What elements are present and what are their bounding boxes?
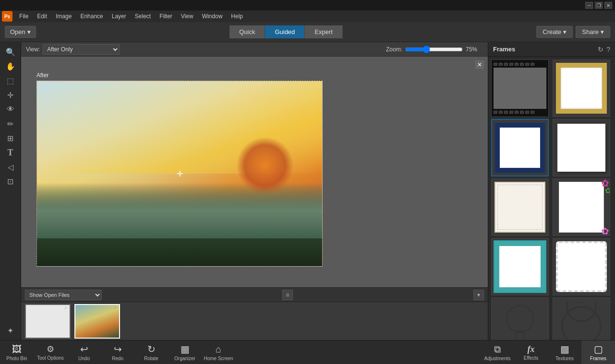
- filmstrip-thumb-landscape[interactable]: ↗: [74, 304, 120, 339]
- view-select-group: View: After Only Before Only Before & Af…: [26, 44, 120, 55]
- eraser-tool[interactable]: ◁: [3, 160, 18, 174]
- photo-bin-icon: 🖼: [12, 344, 22, 355]
- canvas-workspace: ✕ After ✛: [21, 57, 488, 287]
- scallop-inner: [556, 241, 607, 292]
- zoom-label: Zoom:: [386, 46, 402, 53]
- hand-tool[interactable]: ✋: [3, 59, 18, 73]
- redo-label: Redo: [112, 356, 123, 361]
- film-holes-top: [494, 62, 546, 67]
- film-hole: [509, 111, 513, 114]
- blank-thumbnail: [26, 305, 70, 338]
- film-hole: [509, 63, 513, 66]
- sun-glow: [236, 137, 294, 194]
- left-toolbar: 🔍 ✋ ⬚ ✛ 👁 ✏ ⊞ T ◁ ⊡ ✦: [0, 42, 21, 340]
- open-dropdown-icon[interactable]: ▾: [27, 28, 31, 35]
- effects-button[interactable]: fx Effects: [514, 341, 548, 364]
- menu-enhance[interactable]: Enhance: [76, 12, 107, 21]
- right-buttons: Create ▾ Share ▾: [536, 26, 610, 38]
- filmstrip-menu-button[interactable]: ≡: [282, 290, 293, 300]
- menu-select[interactable]: Select: [131, 12, 155, 21]
- menu-image[interactable]: Image: [52, 12, 75, 21]
- effects-label: Effects: [524, 355, 538, 361]
- menu-help[interactable]: Help: [227, 12, 247, 21]
- close-window-button[interactable]: ✕: [604, 2, 612, 9]
- close-canvas-button[interactable]: ✕: [475, 60, 484, 69]
- frames-button[interactable]: ▢ Frames: [581, 341, 615, 364]
- frame-oval[interactable]: [491, 297, 549, 340]
- canvas-top-bar: View: After Only Before Only Before & Af…: [21, 42, 488, 57]
- zoom-percentage: 75%: [466, 46, 483, 53]
- frame-simple-white[interactable]: [553, 119, 610, 176]
- home-screen-button[interactable]: ⌂ Home Screen: [202, 341, 235, 364]
- tab-expert[interactable]: Expert: [305, 25, 343, 38]
- view-dropdown[interactable]: After Only Before Only Before & After: [43, 44, 120, 55]
- panel-refresh-icon[interactable]: ↻: [598, 46, 603, 53]
- menu-edit[interactable]: Edit: [33, 12, 51, 21]
- frame-teal-check[interactable]: [491, 238, 549, 295]
- restore-button[interactable]: ❐: [595, 2, 603, 9]
- tab-guided[interactable]: Guided: [265, 25, 305, 38]
- film-hole: [504, 111, 508, 114]
- tab-quick[interactable]: Quick: [229, 25, 265, 38]
- textures-button[interactable]: ▩ Textures: [548, 341, 581, 364]
- minimize-button[interactable]: ─: [585, 2, 593, 9]
- frame-scallop[interactable]: [553, 238, 610, 295]
- view-label: View:: [26, 46, 40, 53]
- tool-options-label: Tool Options: [37, 355, 64, 361]
- main-canvas-image: ✛: [36, 81, 323, 267]
- rotate-button[interactable]: ↻ Rotate: [134, 341, 168, 364]
- frame-spiral[interactable]: [553, 297, 610, 340]
- organizer-button[interactable]: ▦ Organizer: [168, 341, 202, 364]
- frame-gold-border[interactable]: [553, 59, 610, 117]
- eye-tool[interactable]: 👁: [3, 103, 18, 116]
- create-button[interactable]: Create ▾: [536, 26, 573, 38]
- brush-tool[interactable]: ✏: [3, 117, 18, 130]
- panel-icons: ↻ ?: [598, 46, 610, 53]
- photo-bin-button[interactable]: 🖼 Photo Bin: [0, 341, 34, 364]
- transform-tool[interactable]: ✦: [3, 324, 18, 337]
- menu-layer[interactable]: Layer: [108, 12, 130, 21]
- healing-tool[interactable]: ⊞: [3, 131, 18, 145]
- panel-header: Frames ↻ ?: [488, 42, 615, 57]
- selection-tool[interactable]: ⬚: [3, 74, 18, 87]
- zoom-slider[interactable]: [405, 46, 463, 53]
- filmstrip-top-bar: Show Open Files Show All Files ≡ ▾: [21, 288, 488, 302]
- show-open-files-dropdown[interactable]: Show Open Files Show All Files: [25, 290, 102, 300]
- filmstrip-frame-inner: [492, 60, 548, 117]
- undo-button[interactable]: ↩ Undo: [67, 341, 101, 364]
- film-hole: [531, 111, 534, 114]
- panel-help-icon[interactable]: ?: [606, 46, 610, 53]
- crop-tool[interactable]: ⊡: [3, 175, 18, 188]
- adjustments-button[interactable]: ⧉ Adjustments: [481, 341, 514, 364]
- right-panel: Frames ↻ ?: [488, 42, 615, 340]
- film-hole: [520, 111, 524, 114]
- menu-file[interactable]: File: [15, 12, 32, 21]
- undo-label: Undo: [78, 356, 90, 361]
- teal-check-inner: [494, 241, 545, 292]
- frame-scrapbook[interactable]: [491, 178, 549, 236]
- menu-filter[interactable]: Filter: [156, 12, 176, 21]
- tool-options-icon: ⚙: [47, 344, 54, 354]
- frame-floral[interactable]: ✿ ✿ ✿: [553, 178, 610, 236]
- menu-view[interactable]: View: [177, 12, 197, 21]
- bottom-toolbar: 🖼 Photo Bin ⚙ Tool Options ↩ Undo ↪ Redo…: [0, 340, 615, 364]
- film-hole: [499, 63, 503, 66]
- adjustments-icon: ⧉: [494, 344, 501, 355]
- titlebar: ─ ❐ ✕: [0, 0, 615, 11]
- text-tool[interactable]: T: [3, 146, 18, 159]
- redo-button[interactable]: ↪ Redo: [101, 341, 134, 364]
- tool-options-button[interactable]: ⚙ Tool Options: [34, 341, 67, 364]
- bottom-right-tools: ⧉ Adjustments fx Effects ▩ Textures ▢ Fr…: [481, 341, 615, 364]
- filmstrip-thumb-blank[interactable]: ↗: [25, 304, 71, 339]
- panel-title: Frames: [493, 46, 515, 53]
- move-tool[interactable]: ✛: [3, 88, 18, 102]
- zoom-tool[interactable]: 🔍: [3, 45, 18, 59]
- share-button[interactable]: Share ▾: [576, 26, 610, 38]
- menu-window[interactable]: Window: [198, 12, 227, 21]
- organizer-label: Organizer: [174, 356, 195, 361]
- open-button[interactable]: Open ▾: [5, 26, 36, 38]
- frame-black-blue[interactable]: [491, 119, 549, 176]
- filmstrip-expand-button[interactable]: ▾: [473, 290, 484, 300]
- crosshair-indicator: ✛: [177, 169, 183, 178]
- frame-filmstrip[interactable]: [491, 59, 549, 117]
